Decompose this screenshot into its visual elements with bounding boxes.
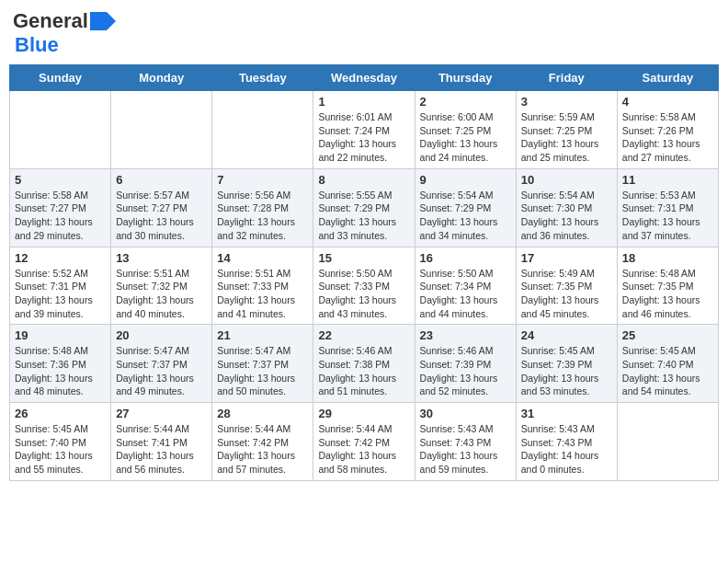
day-number: 15 (318, 251, 409, 265)
day-info: Sunrise: 5:50 AMSunset: 7:34 PMDaylight:… (420, 267, 511, 321)
day-info: Sunrise: 5:55 AMSunset: 7:29 PMDaylight:… (318, 189, 409, 243)
day-info: Sunrise: 5:45 AMSunset: 7:40 PMDaylight:… (622, 344, 713, 398)
day-info: Sunrise: 5:51 AMSunset: 7:32 PMDaylight:… (116, 267, 207, 321)
calendar-table: SundayMondayTuesdayWednesdayThursdayFrid… (9, 64, 719, 481)
calendar-cell: 14 Sunrise: 5:51 AMSunset: 7:33 PMDaylig… (212, 247, 313, 325)
day-info: Sunrise: 5:47 AMSunset: 7:37 PMDaylight:… (217, 344, 308, 398)
calendar-week-row: 1 Sunrise: 6:01 AMSunset: 7:24 PMDayligh… (10, 91, 719, 169)
calendar-cell: 23 Sunrise: 5:46 AMSunset: 7:39 PMDaylig… (415, 325, 516, 403)
day-number: 21 (217, 328, 308, 342)
day-info: Sunrise: 5:56 AMSunset: 7:28 PMDaylight:… (217, 189, 308, 243)
calendar-cell: 20 Sunrise: 5:47 AMSunset: 7:37 PMDaylig… (111, 325, 212, 403)
calendar-cell: 29 Sunrise: 5:44 AMSunset: 7:42 PMDaylig… (313, 403, 415, 481)
day-info: Sunrise: 5:44 AMSunset: 7:42 PMDaylight:… (318, 422, 409, 477)
calendar-cell: 22 Sunrise: 5:46 AMSunset: 7:38 PMDaylig… (313, 325, 415, 403)
calendar-cell: 9 Sunrise: 5:54 AMSunset: 7:29 PMDayligh… (415, 168, 516, 247)
day-of-week-header: Monday (111, 65, 212, 91)
calendar-cell: 18 Sunrise: 5:48 AMSunset: 7:35 PMDaylig… (617, 247, 718, 325)
day-info: Sunrise: 5:58 AMSunset: 7:27 PMDaylight:… (15, 189, 106, 243)
day-info: Sunrise: 5:44 AMSunset: 7:41 PMDaylight:… (116, 422, 207, 477)
day-info: Sunrise: 5:53 AMSunset: 7:31 PMDaylight:… (622, 189, 713, 243)
day-info: Sunrise: 5:49 AMSunset: 7:35 PMDaylight:… (521, 267, 612, 321)
day-of-week-header: Friday (516, 65, 617, 91)
day-number: 22 (318, 328, 409, 342)
day-number: 7 (217, 173, 308, 187)
calendar-cell: 31 Sunrise: 5:43 AMSunset: 7:43 PMDaylig… (516, 403, 617, 481)
day-number: 18 (622, 251, 713, 265)
calendar-cell: 19 Sunrise: 5:48 AMSunset: 7:36 PMDaylig… (10, 325, 111, 403)
day-number: 28 (217, 407, 308, 420)
day-info: Sunrise: 5:58 AMSunset: 7:26 PMDaylight:… (622, 110, 713, 165)
day-info: Sunrise: 5:44 AMSunset: 7:42 PMDaylight:… (217, 422, 308, 477)
calendar-cell: 10 Sunrise: 5:54 AMSunset: 7:30 PMDaylig… (516, 168, 617, 247)
calendar-cell: 11 Sunrise: 5:53 AMSunset: 7:31 PMDaylig… (617, 168, 718, 247)
day-number: 12 (15, 251, 106, 265)
calendar-cell (10, 91, 111, 169)
day-number: 17 (521, 251, 612, 265)
day-info: Sunrise: 5:59 AMSunset: 7:25 PMDaylight:… (521, 110, 612, 165)
day-number: 9 (420, 173, 511, 187)
calendar-cell (617, 403, 718, 481)
day-number: 30 (420, 407, 511, 420)
day-info: Sunrise: 5:50 AMSunset: 7:33 PMDaylight:… (318, 267, 409, 321)
calendar-cell: 13 Sunrise: 5:51 AMSunset: 7:32 PMDaylig… (111, 247, 212, 325)
logo-text-blue: Blue (15, 33, 59, 57)
calendar-cell: 21 Sunrise: 5:47 AMSunset: 7:37 PMDaylig… (212, 325, 313, 403)
day-number: 29 (318, 407, 409, 420)
day-number: 8 (318, 173, 409, 187)
day-number: 27 (116, 407, 207, 420)
day-info: Sunrise: 6:01 AMSunset: 7:24 PMDaylight:… (318, 110, 409, 165)
logo: General Blue (13, 9, 116, 57)
day-number: 4 (622, 95, 713, 109)
day-number: 2 (420, 95, 511, 109)
day-number: 14 (217, 251, 308, 265)
calendar-cell: 8 Sunrise: 5:55 AMSunset: 7:29 PMDayligh… (313, 168, 415, 247)
calendar-cell: 1 Sunrise: 6:01 AMSunset: 7:24 PMDayligh… (313, 91, 415, 169)
calendar-cell: 4 Sunrise: 5:58 AMSunset: 7:26 PMDayligh… (617, 91, 718, 169)
day-number: 24 (521, 328, 612, 342)
calendar-cell (212, 91, 313, 169)
calendar-cell: 27 Sunrise: 5:44 AMSunset: 7:41 PMDaylig… (111, 403, 212, 481)
calendar-cell: 25 Sunrise: 5:45 AMSunset: 7:40 PMDaylig… (617, 325, 718, 403)
day-number: 10 (521, 173, 612, 187)
day-of-week-header: Sunday (10, 65, 111, 91)
day-info: Sunrise: 5:43 AMSunset: 7:43 PMDaylight:… (521, 422, 612, 477)
calendar-cell: 17 Sunrise: 5:49 AMSunset: 7:35 PMDaylig… (516, 247, 617, 325)
calendar-cell: 12 Sunrise: 5:52 AMSunset: 7:31 PMDaylig… (10, 247, 111, 325)
day-of-week-header: Thursday (415, 65, 516, 91)
svg-marker-0 (90, 12, 116, 30)
calendar-week-row: 5 Sunrise: 5:58 AMSunset: 7:27 PMDayligh… (10, 168, 719, 247)
day-number: 16 (420, 251, 511, 265)
calendar-cell: 5 Sunrise: 5:58 AMSunset: 7:27 PMDayligh… (10, 168, 111, 247)
logo-icon (90, 12, 116, 30)
day-number: 6 (116, 173, 207, 187)
calendar-cell: 30 Sunrise: 5:43 AMSunset: 7:43 PMDaylig… (415, 403, 516, 481)
day-info: Sunrise: 5:43 AMSunset: 7:43 PMDaylight:… (420, 422, 511, 477)
day-number: 20 (116, 328, 207, 342)
day-number: 23 (420, 328, 511, 342)
calendar-cell: 6 Sunrise: 5:57 AMSunset: 7:27 PMDayligh… (111, 168, 212, 247)
day-info: Sunrise: 5:46 AMSunset: 7:39 PMDaylight:… (420, 344, 511, 398)
calendar-week-row: 19 Sunrise: 5:48 AMSunset: 7:36 PMDaylig… (10, 325, 719, 403)
calendar-cell (111, 91, 212, 169)
day-number: 5 (15, 173, 106, 187)
day-number: 11 (622, 173, 713, 187)
calendar-body: 1 Sunrise: 6:01 AMSunset: 7:24 PMDayligh… (10, 91, 719, 481)
day-info: Sunrise: 5:47 AMSunset: 7:37 PMDaylight:… (116, 344, 207, 398)
day-info: Sunrise: 5:52 AMSunset: 7:31 PMDaylight:… (15, 267, 106, 321)
day-number: 1 (318, 95, 409, 109)
calendar-cell: 7 Sunrise: 5:56 AMSunset: 7:28 PMDayligh… (212, 168, 313, 247)
calendar-cell: 15 Sunrise: 5:50 AMSunset: 7:33 PMDaylig… (313, 247, 415, 325)
day-info: Sunrise: 5:48 AMSunset: 7:35 PMDaylight:… (622, 267, 713, 321)
day-info: Sunrise: 5:51 AMSunset: 7:33 PMDaylight:… (217, 267, 308, 321)
day-number: 13 (116, 251, 207, 265)
day-info: Sunrise: 5:45 AMSunset: 7:40 PMDaylight:… (15, 422, 106, 477)
calendar-header-row: SundayMondayTuesdayWednesdayThursdayFrid… (10, 65, 719, 91)
day-number: 19 (15, 328, 106, 342)
day-of-week-header: Wednesday (313, 65, 415, 91)
day-info: Sunrise: 5:48 AMSunset: 7:36 PMDaylight:… (15, 344, 106, 398)
calendar-week-row: 12 Sunrise: 5:52 AMSunset: 7:31 PMDaylig… (10, 247, 719, 325)
day-info: Sunrise: 5:54 AMSunset: 7:29 PMDaylight:… (420, 189, 511, 243)
day-info: Sunrise: 5:46 AMSunset: 7:38 PMDaylight:… (318, 344, 409, 398)
calendar-cell: 16 Sunrise: 5:50 AMSunset: 7:34 PMDaylig… (415, 247, 516, 325)
